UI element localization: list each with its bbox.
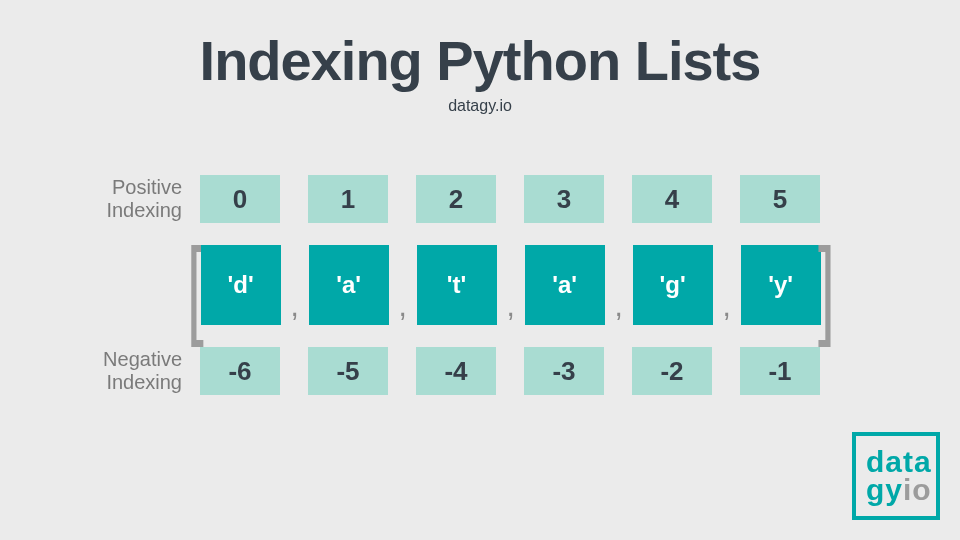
negative-index-cells: -6 -5 -4 -3 -2 -1 (200, 347, 820, 395)
negative-index-label: Negative Indexing (70, 348, 200, 394)
subtitle: datagy.io (0, 97, 960, 115)
positive-index-cells: 0 1 2 3 4 5 (200, 175, 820, 223)
list-cells: 'd' , 'a' , 't' , 'a' , 'g' , 'y' (201, 245, 821, 325)
negative-index-cell: -1 (740, 347, 820, 395)
list-item-cell: 'y' (741, 245, 821, 325)
positive-index-cell: 0 (200, 175, 280, 223)
list-item-cell: 't' (417, 245, 497, 325)
negative-index-cell: -3 (524, 347, 604, 395)
positive-index-cell: 5 (740, 175, 820, 223)
comma-separator: , (389, 289, 417, 325)
page-title: Indexing Python Lists (0, 28, 960, 93)
list-item-cell: 'g' (633, 245, 713, 325)
list-item-cell: 'a' (525, 245, 605, 325)
negative-index-cell: -6 (200, 347, 280, 395)
comma-separator: , (713, 289, 741, 325)
logo-text-io: io (903, 473, 932, 506)
positive-index-cell: 4 (632, 175, 712, 223)
negative-index-row: Negative Indexing -6 -5 -4 -3 -2 -1 (70, 347, 890, 395)
datagy-logo: data gyio (852, 432, 940, 520)
logo-text-gy: gy (866, 473, 903, 506)
comma-separator: , (497, 289, 525, 325)
bracket-close-icon: ] (817, 247, 834, 324)
positive-index-cell: 2 (416, 175, 496, 223)
comma-separator: , (605, 289, 633, 325)
comma-separator: , (281, 289, 309, 325)
list-item-cell: 'd' (201, 245, 281, 325)
list-item-cell: 'a' (309, 245, 389, 325)
negative-index-cell: -4 (416, 347, 496, 395)
negative-index-cell: -5 (308, 347, 388, 395)
logo-text-line2: gyio (866, 476, 936, 505)
positive-index-cell: 3 (524, 175, 604, 223)
positive-index-row: Positive Indexing 0 1 2 3 4 5 (70, 175, 890, 223)
negative-index-cell: -2 (632, 347, 712, 395)
list-row: [ 'd' , 'a' , 't' , 'a' , 'g' , 'y' ] (70, 245, 890, 325)
logo-text-line1: data (866, 448, 936, 477)
indexing-diagram: Positive Indexing 0 1 2 3 4 5 [ 'd' , 'a… (70, 175, 890, 395)
positive-index-label: Positive Indexing (70, 176, 200, 222)
positive-index-cell: 1 (308, 175, 388, 223)
